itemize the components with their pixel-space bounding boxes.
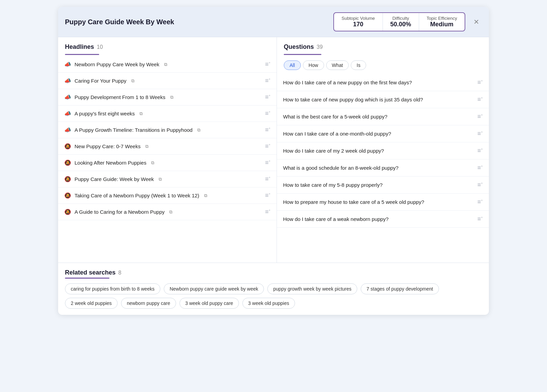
headline-item: 🔕 New Puppy Care: 0-7 Weeks ⧉ ≡+ [58, 138, 277, 155]
speaker-icon: 📣 [64, 110, 71, 117]
headline-item: 📣 A Puppy Growth Timeline: Transitions i… [58, 122, 277, 138]
speaker-icon: 🔕 [64, 209, 71, 215]
add-to-list-icon[interactable]: ≡+ [477, 198, 483, 206]
filter-tab-is[interactable]: Is [351, 60, 366, 70]
add-to-list-icon[interactable]: ≡+ [265, 126, 270, 134]
filter-tab-what[interactable]: What [326, 60, 349, 70]
external-link-icon[interactable]: ⧉ [145, 144, 148, 149]
add-to-list-icon[interactable]: ≡+ [265, 94, 270, 101]
add-to-list-icon[interactable]: ≡+ [265, 192, 270, 199]
headline-text: Puppy Care Guide: Week by Week [75, 176, 154, 182]
difficulty-cell: Difficulty 50.00% [383, 13, 419, 31]
difficulty-label: Difficulty [390, 16, 411, 21]
close-button[interactable]: ✕ [471, 17, 482, 27]
questions-underline [284, 54, 321, 55]
headline-item: 🔕 Puppy Care Guide: Week by Week ⧉ ≡+ [58, 171, 277, 187]
headline-left: 🔕 New Puppy Care: 0-7 Weeks ⧉ [64, 143, 148, 150]
add-to-list-icon[interactable]: ≡+ [477, 181, 483, 188]
question-item: What is a good schedule for an 8-week-ol… [277, 159, 489, 177]
headline-left: 📣 A Puppy Growth Timeline: Transitions i… [64, 127, 200, 133]
headline-item: 🔕 Looking After Newborn Puppies ⧉ ≡+ [58, 155, 277, 171]
external-link-icon[interactable]: ⧉ [151, 160, 154, 166]
related-search-tag[interactable]: 7 stages of puppy development [361, 283, 439, 294]
add-to-list-icon[interactable]: ≡+ [265, 110, 270, 117]
questions-count: 39 [317, 44, 323, 50]
speaker-icon: 🔕 [64, 192, 71, 199]
headline-item: 📣 A puppy's first eight weeks ⧉ ≡+ [58, 106, 277, 122]
headlines-title: Headlines [65, 43, 94, 51]
headline-text: Newborn Puppy Care Week by Week [75, 61, 159, 67]
headline-left: 📣 Caring For Your Puppy ⧉ [64, 78, 134, 84]
related-search-tag[interactable]: 2 week old puppies [65, 298, 118, 309]
page-title: Puppy Care Guide Week By Week [65, 18, 174, 26]
headlines-list: 📣 Newborn Puppy Care Week by Week ⧉ ≡+ 📣… [58, 56, 277, 220]
external-link-icon[interactable]: ⧉ [164, 62, 167, 67]
headline-text: Looking After Newborn Puppies [75, 160, 146, 166]
headline-item: 🔕 A Guide to Caring for a Newborn Puppy … [58, 204, 277, 220]
add-to-list-icon[interactable]: ≡+ [477, 130, 483, 137]
speaker-icon: 📣 [64, 61, 71, 68]
related-searches-header: Related searches 8 [65, 269, 482, 276]
add-to-list-icon[interactable]: ≡+ [265, 143, 270, 150]
related-searches-count: 8 [118, 270, 121, 276]
related-search-tag[interactable]: Newborn puppy care guide week by week [164, 283, 264, 294]
add-to-list-icon[interactable]: ≡+ [477, 96, 483, 103]
questions-panel: Questions 39 AllHowWhatIs How do I take … [277, 37, 489, 263]
header-right: Subtopic Volume 170 Difficulty 50.00% To… [333, 12, 482, 31]
speaker-icon: 📣 [64, 94, 71, 100]
add-to-list-icon[interactable]: ≡+ [477, 164, 483, 171]
headline-left: 📣 Puppy Development From 1 to 8 Weeks ⧉ [64, 94, 173, 100]
add-to-list-icon[interactable]: ≡+ [477, 147, 483, 154]
related-search-tag[interactable]: puppy growth week by week pictures [267, 283, 357, 294]
speaker-icon: 📣 [64, 127, 71, 133]
question-item: How to prepare my house to take care of … [277, 194, 489, 211]
external-link-icon[interactable]: ⧉ [169, 209, 172, 215]
question-text: How do I take care of a new puppy on the… [283, 80, 477, 85]
related-search-tag[interactable]: caring for puppies from birth to 8 weeks [65, 283, 160, 294]
external-link-icon[interactable]: ⧉ [170, 95, 173, 100]
add-to-list-icon[interactable]: ≡+ [477, 79, 483, 86]
headline-text: Caring For Your Puppy [75, 78, 126, 84]
speaker-icon: 🔕 [64, 143, 71, 150]
questions-list: How do I take care of a new puppy on the… [277, 74, 489, 228]
question-text: How to take care of my 5-8 puppy properl… [283, 182, 477, 188]
topic-efficiency-value: Medium [427, 21, 457, 28]
external-link-icon[interactable]: ⧉ [204, 193, 207, 198]
question-item: How do I take care of a new puppy on the… [277, 74, 489, 91]
subtopic-volume-cell: Subtopic Volume 170 [334, 13, 383, 31]
filter-tab-all[interactable]: All [284, 60, 301, 70]
related-search-tag[interactable]: newborn puppy care [121, 298, 176, 309]
question-item: How to take care of my 5-8 puppy properl… [277, 177, 489, 194]
filter-tab-how[interactable]: How [303, 60, 324, 70]
headline-left: 🔕 Looking After Newborn Puppies ⧉ [64, 159, 154, 166]
header: Puppy Care Guide Week By Week Subtopic V… [58, 7, 489, 37]
question-item: How can I take care of a one-month-old p… [277, 125, 489, 142]
headline-item: 📣 Puppy Development From 1 to 8 Weeks ⧉ … [58, 89, 277, 106]
related-search-tag[interactable]: 3 week old puppies [242, 298, 295, 309]
headlines-count: 10 [97, 44, 103, 50]
add-to-list-icon[interactable]: ≡+ [477, 215, 483, 223]
topic-efficiency-cell: Topic Efficiency Medium [419, 13, 465, 31]
headline-left: 🔕 Taking Care of a Newborn Puppy (Week 1… [64, 192, 207, 199]
add-to-list-icon[interactable]: ≡+ [265, 77, 270, 84]
subtopic-volume-value: 170 [342, 21, 375, 28]
question-text: How can I take care of a one-month-old p… [283, 131, 477, 137]
external-link-icon[interactable]: ⧉ [139, 111, 143, 116]
headline-left: 📣 Newborn Puppy Care Week by Week ⧉ [64, 61, 167, 68]
headline-text: Puppy Development From 1 to 8 Weeks [75, 94, 165, 100]
add-to-list-icon[interactable]: ≡+ [265, 176, 270, 183]
external-link-icon[interactable]: ⧉ [197, 127, 200, 133]
related-search-tag[interactable]: 3 week old puppy care [179, 298, 239, 309]
add-to-list-icon[interactable]: ≡+ [265, 61, 270, 68]
external-link-icon[interactable]: ⧉ [159, 177, 162, 182]
questions-title: Questions [284, 43, 314, 51]
speaker-icon: 📣 [64, 78, 71, 84]
external-link-icon[interactable]: ⧉ [131, 78, 134, 84]
speaker-icon: 🔕 [64, 159, 71, 166]
add-to-list-icon[interactable]: ≡+ [265, 208, 270, 215]
question-text: What is the best care for a 5-week old p… [283, 114, 477, 120]
headline-item: 📣 Caring For Your Puppy ⧉ ≡+ [58, 73, 277, 89]
add-to-list-icon[interactable]: ≡+ [477, 113, 483, 120]
add-to-list-icon[interactable]: ≡+ [265, 159, 270, 166]
question-text: How to take care of new puppy dog which … [283, 97, 477, 102]
